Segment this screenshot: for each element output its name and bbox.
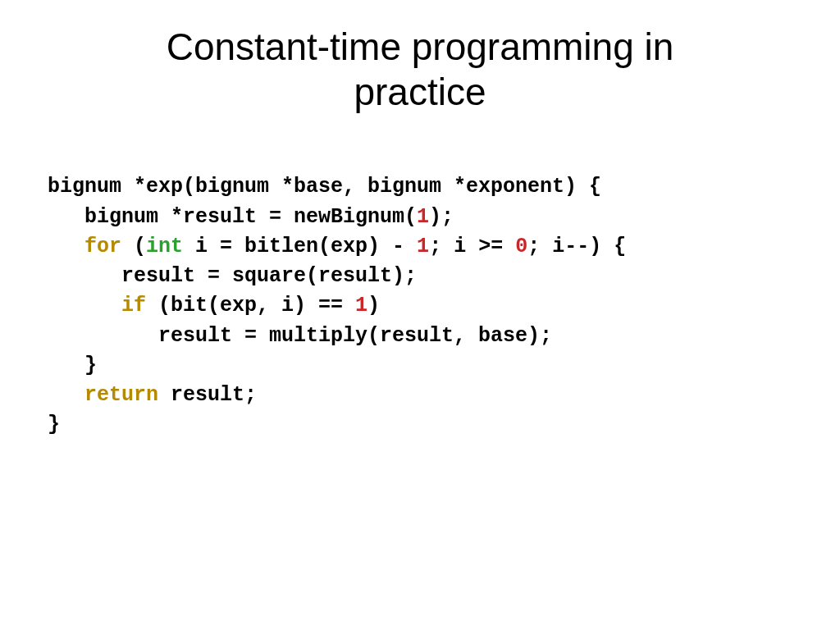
- code-line-8a: [48, 383, 84, 407]
- code-line-3e: ; i >=: [429, 235, 515, 258]
- code-keyword-if: if: [121, 294, 146, 317]
- code-literal-1c: 1: [355, 294, 368, 317]
- code-line-7: }: [48, 354, 97, 377]
- code-literal-1: 1: [417, 205, 429, 229]
- slide-title: Constant-time programming in practice: [41, 25, 799, 115]
- code-line-8b: result;: [158, 383, 257, 407]
- code-line-5a: [48, 294, 121, 317]
- slide: Constant-time programming in practice bi…: [0, 0, 840, 630]
- code-line-2a: bignum *result = newBignum(: [48, 205, 417, 229]
- code-line-3a: [48, 235, 84, 258]
- code-literal-1b: 1: [417, 235, 429, 258]
- code-line-3b: (: [121, 235, 146, 258]
- code-keyword-int: int: [146, 235, 183, 258]
- code-line-2c: );: [429, 205, 454, 229]
- code-line-3g: ; i--) {: [527, 235, 626, 258]
- code-keyword-return: return: [84, 383, 158, 407]
- code-line-6: result = multiply(result, base);: [48, 324, 552, 348]
- code-line-5d: ): [368, 294, 380, 317]
- code-block: bignum *exp(bignum *base, bignum *expone…: [41, 172, 799, 440]
- code-line-1: bignum *exp(bignum *base, bignum *expone…: [48, 175, 601, 199]
- code-line-9: }: [48, 413, 60, 436]
- code-keyword-for: for: [84, 235, 121, 258]
- code-line-5b: (bit(exp, i) ==: [146, 294, 355, 317]
- code-line-4: result = square(result);: [48, 264, 417, 288]
- code-literal-0: 0: [515, 235, 527, 258]
- code-line-3c: i = bitlen(exp) -: [183, 235, 417, 258]
